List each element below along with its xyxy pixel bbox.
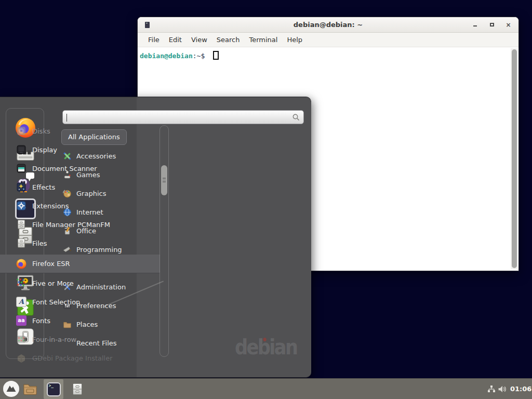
menu-item-terminal[interactable]: Terminal bbox=[244, 36, 282, 44]
extensions-icon bbox=[16, 201, 26, 211]
document-scanner-icon bbox=[16, 163, 26, 174]
terminal-window-title: debian@debian: ~ bbox=[138, 17, 518, 33]
folder-icon bbox=[23, 382, 37, 396]
app-label: Fonts bbox=[32, 317, 50, 325]
terminal-scrollbar-thumb[interactable] bbox=[512, 49, 517, 268]
app-list-scrollbar-thumb[interactable] bbox=[161, 165, 167, 195]
taskbar-cabinet-icon bbox=[71, 382, 84, 396]
app-row-files[interactable]: Files bbox=[0, 234, 160, 252]
app-row-disks[interactable]: Disks bbox=[0, 122, 160, 140]
app-label: File Manager PCManFM bbox=[32, 221, 110, 229]
pcmanfm-icon bbox=[16, 219, 26, 230]
app-label: Five or More bbox=[32, 280, 74, 287]
app-row-font-selection[interactable]: A Font Selection bbox=[0, 292, 160, 311]
effects-icon bbox=[16, 182, 26, 192]
terminal-menubar: File Edit View Search Terminal Help bbox=[138, 33, 518, 47]
app-label: Font Selection bbox=[32, 298, 80, 306]
app-row-effects[interactable]: Effects bbox=[0, 178, 160, 196]
close-button[interactable]: × bbox=[504, 21, 512, 29]
app-label: Display bbox=[32, 146, 57, 154]
app-label: Disks bbox=[32, 127, 50, 135]
taskbar-clock[interactable]: 01:06 bbox=[510, 379, 531, 399]
app-row-firefox-esr[interactable]: Firefox ESR bbox=[0, 255, 160, 273]
app-label: Document Scanner bbox=[32, 165, 97, 172]
five-or-more-icon bbox=[16, 278, 26, 288]
app-list-scrollbar[interactable] bbox=[159, 125, 169, 357]
network-icon bbox=[487, 385, 496, 393]
menu-item-view[interactable]: View bbox=[187, 36, 212, 44]
firefox-esr-icon bbox=[16, 259, 26, 269]
font-selection-glyph: A bbox=[19, 298, 24, 305]
menu-item-edit[interactable]: Edit bbox=[164, 36, 187, 44]
taskbar-file-manager-button[interactable] bbox=[23, 382, 37, 396]
watermark-red-dot bbox=[263, 338, 267, 341]
app-row-pcmanfm[interactable]: File Manager PCManFM bbox=[0, 215, 160, 234]
prompt-symbol: :~$ bbox=[193, 52, 209, 60]
applications-menu: debian >_ bbox=[0, 97, 311, 378]
terminal-scrollbar[interactable] bbox=[511, 48, 517, 269]
app-row-four-in-a-row[interactable]: Four-in-a-row bbox=[0, 330, 160, 349]
app-row-display[interactable]: Display bbox=[0, 140, 160, 159]
fonts-glyph: aa bbox=[18, 317, 25, 323]
font-selection-icon: A bbox=[16, 297, 26, 307]
gdebi-icon bbox=[16, 353, 26, 363]
app-label: Firefox ESR bbox=[32, 260, 70, 268]
app-row-five-or-more[interactable]: Five or More bbox=[0, 274, 160, 292]
app-row-gdebi[interactable]: GDebi Package Installer bbox=[0, 349, 160, 367]
prompt-user-host: debian@debian bbox=[140, 52, 193, 60]
search-icon bbox=[292, 113, 300, 122]
four-in-a-row-icon bbox=[16, 334, 26, 344]
app-row-document-scanner[interactable]: Document Scanner bbox=[0, 159, 160, 178]
maximize-button[interactable] bbox=[488, 21, 496, 29]
taskbar-terminal-button[interactable]: >_ bbox=[44, 379, 63, 399]
terminal-prompt-line: debian@debian:~$ bbox=[138, 47, 518, 60]
app-row-extensions[interactable]: Extensions bbox=[0, 196, 160, 215]
menu-item-help[interactable]: Help bbox=[282, 36, 307, 44]
network-tray-icon[interactable] bbox=[487, 385, 496, 393]
disks-icon bbox=[16, 126, 26, 136]
fonts-icon: aa bbox=[16, 315, 26, 326]
terminal-cursor bbox=[213, 51, 219, 60]
app-row-fonts[interactable]: aa Fonts bbox=[0, 311, 160, 330]
files-icon bbox=[16, 238, 26, 248]
taskbar: >_ 01:06 bbox=[0, 378, 532, 399]
taskbar-menu-button[interactable] bbox=[3, 381, 19, 397]
minimize-button[interactable] bbox=[471, 21, 479, 29]
taskbar-terminal-icon: >_ bbox=[47, 382, 61, 396]
terminal-titlebar[interactable]: debian@debian: ~ × bbox=[138, 17, 518, 33]
app-label: Extensions bbox=[32, 202, 69, 210]
app-label: GDebi Package Installer bbox=[32, 354, 113, 362]
app-label: Four-in-a-row bbox=[32, 336, 76, 343]
menu-logo-icon bbox=[4, 382, 18, 396]
app-label: Files bbox=[32, 240, 47, 247]
taskbar-terminal-glyph: >_ bbox=[49, 383, 54, 388]
display-icon bbox=[16, 144, 26, 155]
taskbar-files-button[interactable] bbox=[71, 382, 84, 396]
menu-item-file[interactable]: File bbox=[143, 36, 164, 44]
menu-item-search[interactable]: Search bbox=[212, 36, 245, 44]
search-input[interactable] bbox=[67, 112, 290, 123]
speaker-icon bbox=[498, 385, 507, 393]
volume-tray-icon[interactable] bbox=[498, 385, 507, 393]
app-label: Effects bbox=[32, 183, 55, 191]
